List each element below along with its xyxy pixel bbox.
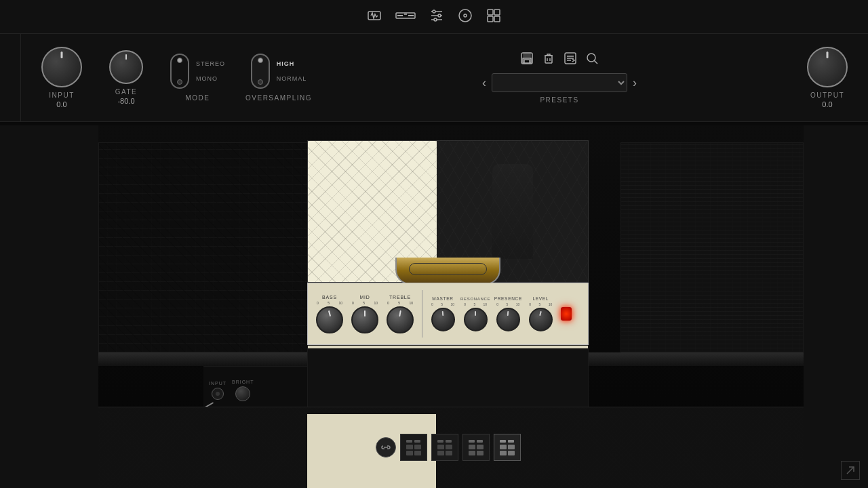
resonance-label: RESONANCE xyxy=(460,297,490,301)
master-knob[interactable] xyxy=(431,308,455,331)
input-control-group: INPUT 0.0 xyxy=(41,47,82,108)
cab-grid-1[interactable] xyxy=(400,434,427,461)
oversampling-label: OVERSAMPLING xyxy=(245,94,312,102)
os-dot-top xyxy=(258,58,263,63)
sliders-icon[interactable] xyxy=(429,7,445,26)
bass-knob-group: BASS 0510 xyxy=(313,295,346,333)
gate-value: -80.0 xyxy=(117,97,134,105)
presets-nav-row: ‹ › xyxy=(482,73,637,92)
treble-knob-group: TREBLE 0510 xyxy=(384,295,416,333)
gate-label: GATE xyxy=(115,88,137,96)
bright-knob-amp[interactable] xyxy=(235,386,250,401)
mode-labels: STEREO MONO xyxy=(196,60,225,82)
nav-bottom-right-arrow[interactable] xyxy=(841,461,860,480)
resonance-knob-group: RESONANCE 0510 xyxy=(460,297,490,331)
output-knob[interactable] xyxy=(807,47,848,87)
left-strip xyxy=(0,125,98,488)
preset-prev-btn[interactable]: ‹ xyxy=(482,76,486,90)
input-jack xyxy=(212,388,224,400)
svg-rect-15 xyxy=(488,16,493,22)
svg-rect-13 xyxy=(488,9,493,15)
top-bar xyxy=(0,0,868,34)
input-knob[interactable] xyxy=(41,47,82,87)
presence-knob[interactable] xyxy=(496,308,520,331)
os-high-label: HIGH xyxy=(277,60,307,67)
mid-knob-group: MID 0510 xyxy=(349,295,381,333)
cab-grid-2[interactable] xyxy=(431,434,458,461)
left-amp-body xyxy=(98,142,309,352)
mode-stereo-label: STEREO xyxy=(196,60,225,67)
equalizer-icon[interactable] xyxy=(395,7,416,26)
output-value: 0.0 xyxy=(822,100,832,108)
presets-label: PRESETS xyxy=(540,96,578,104)
level-knob-group: LEVEL 0510 xyxy=(526,296,555,331)
bass-knob[interactable] xyxy=(316,306,343,333)
svg-rect-16 xyxy=(494,16,500,22)
bright-label-amp: BRIGHT xyxy=(232,380,254,401)
right-speaker-cab xyxy=(620,142,804,352)
input-value: 0.0 xyxy=(56,100,66,108)
gate-knob[interactable] xyxy=(109,50,143,84)
svg-rect-21 xyxy=(545,56,552,63)
top-bar-icons xyxy=(366,7,502,26)
grid-icon[interactable] xyxy=(486,7,502,26)
amp-area: INPUT BRIGHT xyxy=(0,125,868,488)
mid-label: MID xyxy=(359,295,370,300)
os-normal-label: NORMAL xyxy=(277,75,307,82)
svg-rect-20 xyxy=(524,60,530,63)
waveform-icon[interactable] xyxy=(366,7,382,26)
controls-bar: INPUT 0.0 GATE -80.0 STEREO MONO MODE xyxy=(0,34,868,122)
mid-knob[interactable] xyxy=(351,306,378,333)
level-label: LEVEL xyxy=(532,296,549,301)
cab-selector-area xyxy=(307,434,589,461)
bass-label: BASS xyxy=(322,295,337,300)
cab-grid-4[interactable] xyxy=(494,434,521,461)
tuner-icon[interactable] xyxy=(457,7,473,26)
mode-dot-top xyxy=(177,58,182,63)
master-knob-group: MASTER 0510 xyxy=(428,296,458,331)
presets-control-group: ‹ › PRESETS xyxy=(332,52,787,104)
presence-knob-group: PRESENCE 0510 xyxy=(493,296,523,331)
svg-rect-18 xyxy=(524,53,530,58)
cab-grid-3[interactable] xyxy=(462,434,490,461)
svg-rect-14 xyxy=(494,9,500,15)
preset-search-icon[interactable] xyxy=(585,52,599,68)
right-strip xyxy=(804,125,868,488)
preset-next-btn[interactable]: › xyxy=(633,76,637,90)
level-knob[interactable] xyxy=(529,308,553,331)
preset-save-icon[interactable] xyxy=(520,52,534,68)
svg-point-11 xyxy=(459,9,471,22)
mode-toggle[interactable] xyxy=(170,54,189,89)
mode-dot-bottom xyxy=(177,79,182,85)
presence-label: PRESENCE xyxy=(494,296,522,301)
oversampling-control-group: HIGH NORMAL OVERSAMPLING xyxy=(245,54,312,102)
amp-bottom-controls: BASS 0510 MID 0510 TREBLE 0510 xyxy=(307,283,589,345)
svg-point-8 xyxy=(433,10,435,13)
master-label: MASTER xyxy=(432,296,453,301)
mode-mono-label: MONO xyxy=(196,75,225,82)
svg-point-10 xyxy=(434,18,437,21)
cab-link-btn[interactable] xyxy=(376,437,396,458)
os-dot-bottom xyxy=(258,79,263,85)
input-label: INPUT xyxy=(49,92,75,99)
output-label: OUTPUT xyxy=(810,92,844,99)
treble-label: TREBLE xyxy=(389,295,411,300)
presets-icons-row xyxy=(520,52,599,68)
output-control-group: OUTPUT 0.0 xyxy=(807,47,848,108)
power-led xyxy=(561,307,572,321)
oversampling-toggle[interactable] xyxy=(251,54,270,89)
mode-control-group: STEREO MONO MODE xyxy=(170,54,225,102)
svg-line-29 xyxy=(594,60,597,64)
input-label-amp: INPUT xyxy=(209,381,226,400)
resonance-knob[interactable] xyxy=(464,308,488,331)
amp-handle xyxy=(307,258,589,285)
preset-dropdown[interactable] xyxy=(492,73,627,92)
treble-knob[interactable] xyxy=(387,306,414,333)
preset-import-icon[interactable] xyxy=(564,52,577,68)
svg-point-12 xyxy=(464,14,467,17)
gate-control-group: GATE -80.0 xyxy=(109,50,143,105)
svg-point-9 xyxy=(438,14,441,17)
preset-delete-icon[interactable] xyxy=(542,52,555,68)
mode-label: MODE xyxy=(186,94,210,102)
os-labels: HIGH NORMAL xyxy=(277,60,307,82)
